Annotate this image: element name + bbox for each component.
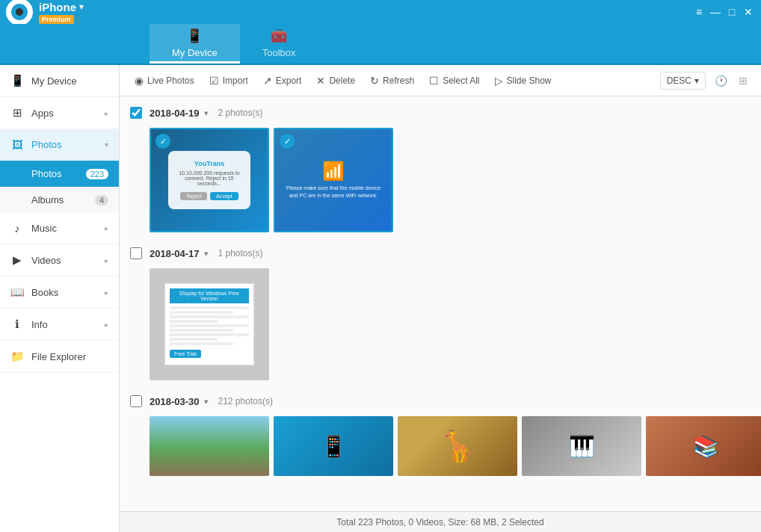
title-bar-app-info: iPhone ▾ Premium (39, 1, 84, 24)
import-button[interactable]: ☑ Import (203, 71, 254, 90)
sub-albums-label: Albums (31, 194, 64, 205)
refresh-label: Refresh (383, 75, 414, 86)
sidebar-item-file-explorer[interactable]: 📁 File Explorer (0, 341, 119, 373)
sort-arrow: ▾ (694, 75, 699, 86)
date-label-2018-04-19: 2018-04-19 ▾ 2 photos(s) (150, 108, 263, 119)
maximize-button[interactable]: □ (725, 5, 739, 19)
photos-grid-2018-04-17: Display for Windows Free Version (130, 268, 751, 380)
logo-eye (16, 8, 23, 16)
date-label-2018-03-30: 2018-03-30 ▾ 212 photos(s) (150, 396, 273, 407)
sidebar-item-my-device[interactable]: 📱 My Device (0, 65, 119, 97)
doc-line-4 (170, 320, 218, 323)
sidebar-item-videos[interactable]: ▶ Videos ▸ (0, 244, 119, 276)
title-bar-left: iPhone ▾ Premium (6, 0, 84, 25)
clock-view-button[interactable]: 🕐 (710, 72, 732, 90)
sidebar-sub-item-albums[interactable]: Albums 4 (0, 187, 119, 213)
sidebar-sub-item-photos[interactable]: Photos 223 (0, 161, 119, 187)
date-count-2018-03-30: 212 photos(s) (218, 396, 273, 406)
doc-line-1 (170, 306, 249, 309)
doc-line-7 (170, 333, 249, 336)
photo-thumb-landscape[interactable] (150, 416, 269, 476)
sidebar-label-apps: Apps (31, 108, 97, 119)
sidebar-item-books[interactable]: 📖 Books ▸ (0, 276, 119, 309)
slide-show-label: Slide Show (507, 75, 552, 86)
sidebar-item-info[interactable]: ℹ Info ▸ (0, 309, 119, 341)
phone-app-symbol: 📱 (321, 434, 347, 459)
mock-dialog-text: 10.10.200.200 requests to connect. Rejec… (177, 170, 241, 186)
date-arrow-2018-03-30[interactable]: ▾ (204, 398, 208, 406)
mock-wifi: 📶 Please make sure that the mobile devic… (275, 153, 392, 207)
books-icon: 📖 (10, 285, 24, 299)
premium-badge: Premium (39, 15, 74, 24)
sidebar-item-apps[interactable]: ⊞ Apps ▸ (0, 97, 119, 129)
date-group-2018-04-17: 2018-04-17 ▾ 1 photos(s) Display for Win… (130, 244, 751, 380)
photo-thumb-3[interactable]: Display for Windows Free Version (150, 268, 269, 380)
delete-button[interactable]: ✕ Delete (310, 71, 361, 90)
toolbar-right: DESC ▾ 🕐 ⊞ (660, 72, 752, 90)
photos-icon: 🖼 (10, 138, 24, 151)
export-label: Export (276, 75, 302, 86)
doc-free-btn: Free Trial (170, 350, 201, 358)
date-arrow-2018-04-17[interactable]: ▾ (204, 250, 208, 258)
menu-button[interactable]: ≡ (692, 5, 706, 19)
apps-icon: ⊞ (10, 106, 24, 120)
photo-thumb-bookshelf[interactable]: 📚 (646, 416, 761, 476)
info-icon: ℹ (10, 318, 24, 331)
music-arrow: ▸ (105, 224, 108, 232)
doc-line-9 (170, 342, 233, 345)
sidebar: 📱 My Device ⊞ Apps ▸ 🖼 Photos ▾ Photos 2… (0, 65, 120, 532)
piano-symbol: 🎹 (569, 434, 595, 459)
sort-dropdown[interactable]: DESC ▾ (660, 72, 706, 90)
doc-line-2 (170, 311, 233, 314)
tab-toolbox[interactable]: 🧰 Toolbox (240, 24, 318, 64)
photo-thumb-phone-app[interactable]: 📱 (274, 416, 393, 476)
minimize-button[interactable]: — (709, 5, 722, 19)
photo-inner-3: Display for Windows Free Version (150, 268, 269, 380)
videos-arrow: ▸ (105, 256, 108, 265)
sidebar-label-file-explorer: File Explorer (31, 351, 108, 362)
date-checkbox-2018-03-30[interactable] (130, 395, 142, 407)
date-header-2018-04-19: 2018-04-19 ▾ 2 photos(s) (130, 104, 751, 122)
photo-thumb-giraffe[interactable]: 🦒 (398, 416, 517, 476)
music-icon: ♪ (10, 222, 24, 235)
app-name: iPhone (39, 1, 76, 13)
mock-dialog-buttons: Reject Accept (177, 192, 241, 200)
mock-doc: Display for Windows Free Version (164, 283, 254, 365)
sub-photos-label: Photos (31, 168, 61, 179)
landscape-img (150, 416, 269, 476)
device-arrow[interactable]: ▾ (79, 1, 84, 12)
slide-show-button[interactable]: ▷ Slide Show (489, 71, 558, 90)
view-toggle: 🕐 ⊞ (710, 72, 752, 90)
export-button[interactable]: ↗ Export (257, 71, 308, 90)
import-label: Import (223, 75, 248, 86)
photos-grid-2018-04-19: ✓ YouTrans 10.10.200.200 requests to con… (130, 128, 751, 232)
mock-dialog-title: YouTrans (177, 160, 241, 167)
photo-thumb-1[interactable]: ✓ YouTrans 10.10.200.200 requests to con… (150, 128, 269, 232)
sidebar-item-music[interactable]: ♪ Music ▸ (0, 213, 119, 244)
tab-my-device[interactable]: 📱 My Device (150, 24, 240, 64)
info-arrow: ▸ (105, 321, 108, 329)
date-checkbox-2018-04-17[interactable] (130, 247, 142, 259)
photo-thumb-2[interactable]: ✓ 📶 Please make sure that the mobile dev… (274, 128, 393, 232)
sidebar-label-music: Music (31, 223, 97, 234)
date-header-2018-03-30: 2018-03-30 ▾ 212 photos(s) (130, 392, 751, 410)
delete-icon: ✕ (316, 75, 325, 87)
sidebar-label-my-device: My Device (31, 75, 108, 87)
toolbox-tab-label: Toolbox (262, 47, 296, 58)
date-count-2018-04-17: 1 photos(s) (218, 248, 263, 259)
wifi-icon: 📶 (283, 161, 384, 182)
nav-tabs: 📱 My Device 🧰 Toolbox (0, 24, 761, 65)
sidebar-item-photos[interactable]: 🖼 Photos ▾ (0, 129, 119, 161)
refresh-button[interactable]: ↻ Refresh (364, 71, 420, 90)
date-count-2018-04-19: 2 photos(s) (218, 108, 263, 118)
photos-arrow: ▾ (105, 140, 108, 149)
photo-thumb-piano[interactable]: 🎹 (522, 416, 641, 476)
live-photos-button[interactable]: ◉ Live Photos (129, 71, 200, 90)
grid-view-button[interactable]: ⊞ (734, 72, 752, 90)
toolbar: ◉ Live Photos ☑ Import ↗ Export ✕ Delete… (120, 65, 761, 96)
select-all-button[interactable]: ☐ Select All (423, 71, 485, 90)
export-icon: ↗ (263, 75, 272, 87)
date-checkbox-2018-04-19[interactable] (130, 107, 142, 119)
date-arrow-2018-04-19[interactable]: ▾ (204, 109, 208, 117)
close-button[interactable]: ✕ (742, 5, 755, 19)
